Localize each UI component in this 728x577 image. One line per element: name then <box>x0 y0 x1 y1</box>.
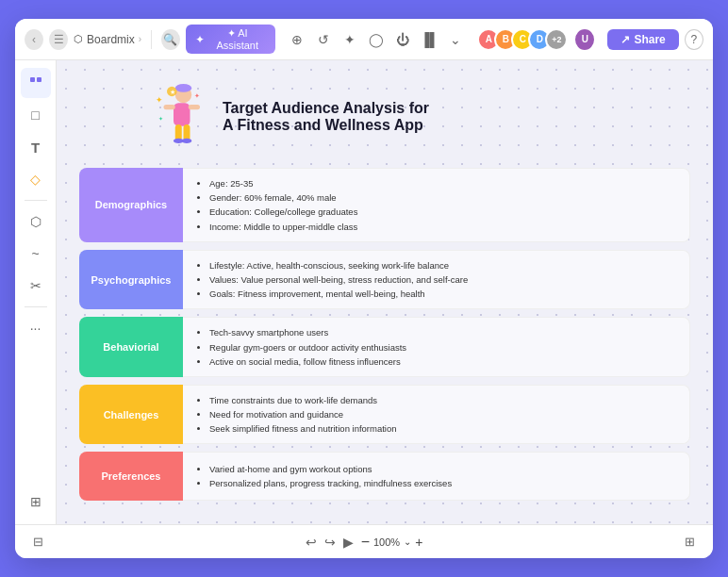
bullets-preferences: Varied at-home and gym workout optionsPe… <box>196 462 676 490</box>
list-item: Values: Value personal well-being, stres… <box>209 272 676 287</box>
search-button[interactable]: 🔍 <box>161 29 180 50</box>
share-button[interactable]: ↗ Share <box>607 29 678 50</box>
layers-icon[interactable]: ⊟ <box>26 531 49 553</box>
undo-icon[interactable]: ↺ <box>313 29 334 50</box>
svg-rect-0 <box>30 77 35 82</box>
avatar-extra: +2 <box>545 28 568 51</box>
toolbar-icons: ⊕ ↺ ✦ ◯ ⏻ ▐▌ ⌄ <box>287 29 466 50</box>
sidebar-icon-sticky[interactable]: ◇ <box>21 164 51 194</box>
breadcrumb: ⬡ Boardmix › <box>74 33 141 46</box>
share-icon: ↗ <box>620 33 630 46</box>
list-item: Seek simplified fitness and nutrition in… <box>209 421 676 436</box>
sidebar-icon-text[interactable]: T <box>21 132 51 162</box>
svg-point-12 <box>182 139 192 143</box>
chevron-down-icon[interactable]: ⌄ <box>404 536 411 547</box>
content-challenges: Time constraints due to work-life demand… <box>183 385 690 445</box>
canvas-area[interactable]: ★ ✦ <box>57 60 713 524</box>
help-button[interactable]: ? <box>685 29 703 50</box>
play-button[interactable]: ▶ <box>343 535 354 550</box>
sidebar-icon-bottom[interactable]: ⊞ <box>21 486 51 517</box>
sidebar-icon-frame[interactable]: □ <box>21 100 51 130</box>
list-item: Varied at-home and gym workout options <box>209 462 676 476</box>
svg-rect-8 <box>189 105 200 109</box>
label-preferences: Preferences <box>79 452 183 501</box>
back-button[interactable]: ‹ <box>25 29 43 50</box>
title-line2: A Fitness and Wellness App <box>223 117 429 134</box>
sidebar-icon-connector[interactable]: ⬡ <box>21 206 51 237</box>
svg-rect-7 <box>164 105 175 109</box>
svg-point-3 <box>175 84 192 92</box>
svg-text:★: ★ <box>170 89 175 95</box>
list-item: Age: 25-35 <box>209 176 676 190</box>
label-demographics: Demographics <box>79 168 183 242</box>
row-behavioral: BehaviorialTech-savvy smartphone usersRe… <box>79 317 690 377</box>
chart-icon[interactable]: ▐▌ <box>419 29 439 50</box>
ai-assistant-button[interactable]: ✦ ✦ AI Assistant <box>186 25 275 54</box>
comment-icon[interactable]: ◯ <box>366 29 387 50</box>
ai-star-icon: ✦ <box>195 33 205 46</box>
list-item: Active on social media, follow fitness i… <box>209 354 676 369</box>
rows-container: DemographicsAge: 25-35Gender: 60% female… <box>79 168 690 508</box>
zoom-out-icon[interactable]: − <box>361 534 370 551</box>
canvas-content: ★ ✦ <box>79 79 690 508</box>
grid-icon[interactable]: ⊞ <box>679 531 702 553</box>
zoom-level: 100% <box>373 536 400 548</box>
bottom-center: ↩ ↪ ▶ − 100% ⌄ + <box>306 534 423 551</box>
zoom-in-icon[interactable]: + <box>415 535 422 550</box>
content-demographics: Age: 25-35Gender: 60% female, 40% maleEd… <box>183 168 690 242</box>
list-item: Tech-savvy smartphone users <box>209 325 676 339</box>
sidebar-icon-more[interactable]: ··· <box>21 313 51 343</box>
undo-button[interactable]: ↩ <box>306 535 317 550</box>
svg-text:✦: ✦ <box>158 115 163 122</box>
add-icon[interactable]: ⊕ <box>287 29 307 50</box>
list-item: Goals: Fitness improvement, mental well-… <box>209 287 676 301</box>
content-behavioral: Tech-savvy smartphone usersRegular gym-g… <box>183 317 690 377</box>
list-item: Lifestyle: Active, health-conscious, see… <box>209 258 676 272</box>
main-area: □ T ◇ ⬡ ~ ✂ ··· ⊞ <box>15 60 713 524</box>
menu-button[interactable]: ☰ <box>49 29 68 50</box>
bullets-demographics: Age: 25-35Gender: 60% female, 40% maleEd… <box>196 176 676 234</box>
row-demographics: DemographicsAge: 25-35Gender: 60% female… <box>79 168 690 242</box>
list-item: Income: Middle to upper-middle class <box>209 220 676 234</box>
breadcrumb-label: Boardmix <box>87 33 135 46</box>
bullets-challenges: Time constraints due to work-life demand… <box>196 393 676 437</box>
zoom-section: − 100% ⌄ + <box>361 534 423 551</box>
list-item: Time constraints due to work-life demand… <box>209 393 676 407</box>
title-line1: Target Audience Analysis for <box>223 100 429 117</box>
timer-icon[interactable]: ⏻ <box>392 29 413 50</box>
canvas-title: Target Audience Analysis for A Fitness a… <box>223 100 429 134</box>
sparkle-icon[interactable]: ✦ <box>339 29 360 50</box>
avatar-group: A B C D +2 <box>477 28 568 51</box>
row-challenges: ChallengesTime constraints due to work-l… <box>79 385 690 445</box>
redo-button[interactable]: ↪ <box>324 535 336 550</box>
label-challenges: Challenges <box>79 385 183 445</box>
bullets-psychographics: Lifestyle: Active, health-conscious, see… <box>196 258 676 302</box>
content-psychographics: Lifestyle: Active, health-conscious, see… <box>183 250 690 310</box>
sidebar-divider-2 <box>25 306 47 307</box>
svg-text:✦: ✦ <box>156 95 163 105</box>
titlebar: ‹ ☰ ⬡ Boardmix › 🔍 ✦ ✦ AI Assistant ⊕ ↺ … <box>15 19 713 60</box>
sidebar-icon-selection[interactable] <box>21 68 51 98</box>
svg-text:✦: ✦ <box>194 92 200 99</box>
list-item: Regular gym-goers or outdoor activity en… <box>209 340 676 354</box>
row-psychographics: PsychographicsLifestyle: Active, health-… <box>79 250 690 310</box>
separator <box>151 30 152 49</box>
sidebar-icon-pen[interactable]: ~ <box>21 239 51 269</box>
bullets-behavioral: Tech-savvy smartphone usersRegular gym-g… <box>196 325 676 369</box>
sidebar-divider-1 <box>25 200 47 201</box>
label-behavioral: Behaviorial <box>79 317 183 377</box>
sidebar-icon-scissors[interactable]: ✂ <box>21 271 51 301</box>
bottom-right: ⊞ <box>679 531 702 553</box>
user-avatar[interactable]: U <box>573 27 596 52</box>
list-item: Education: College/college graduates <box>209 205 676 219</box>
list-item: Personalized plans, progress tracking, m… <box>209 476 676 490</box>
breadcrumb-chevron: › <box>139 34 141 44</box>
more-icon[interactable]: ⌄ <box>445 29 466 50</box>
ai-btn-label: ✦ AI Assistant <box>208 27 266 51</box>
share-label: Share <box>634 33 665 46</box>
svg-rect-1 <box>37 77 41 82</box>
row-preferences: PreferencesVaried at-home and gym workou… <box>79 452 690 501</box>
svg-rect-6 <box>174 103 190 126</box>
label-psychographics: Psychographics <box>79 250 183 310</box>
bottombar: ⊟ ↩ ↪ ▶ − 100% ⌄ + ⊞ <box>15 524 713 558</box>
